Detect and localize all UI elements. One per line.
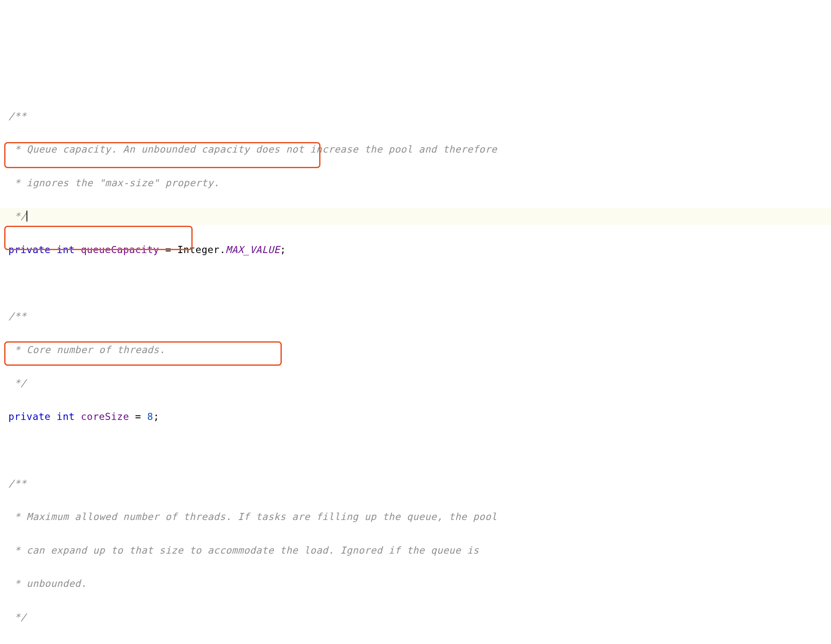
code-line-active[interactable]: */ — [0, 208, 831, 225]
number-literal: 8 — [147, 409, 153, 425]
keyword-private: private — [8, 409, 50, 425]
code-line[interactable]: * Core number of threads. — [0, 342, 831, 359]
code-line[interactable]: private int coreSize = 8; — [0, 409, 831, 425]
code-line[interactable]: * ignores the "max-size" property. — [0, 175, 831, 192]
semicolon: ; — [153, 409, 159, 425]
code-line[interactable]: * Queue capacity. An unbounded capacity … — [0, 141, 831, 158]
dot: . — [183, 642, 189, 644]
javadoc-open: /** — [8, 108, 26, 125]
field-name: maxSize — [81, 642, 123, 644]
javadoc-body: * unbounded. — [8, 575, 87, 592]
keyword-private: private — [8, 242, 50, 259]
code-line[interactable]: */ — [0, 609, 831, 626]
constant-name: MAX_VALUE — [189, 642, 243, 644]
code-line[interactable]: * unbounded. — [0, 575, 831, 592]
code-line[interactable]: * Maximum allowed number of threads. If … — [0, 509, 831, 525]
code-line[interactable]: private int queueCapacity = Integer.MAX_… — [0, 242, 831, 259]
code-editor-area[interactable]: /** * Queue capacity. An unbounded capac… — [0, 74, 831, 644]
text-cursor — [26, 211, 27, 222]
javadoc-body: * ignores the "max-size" property. — [8, 175, 220, 192]
constant-name: MAX_VALUE — [226, 242, 280, 259]
javadoc-body: * Maximum allowed number of threads. If … — [8, 509, 497, 525]
field-name: queueCapacity — [81, 242, 159, 259]
javadoc-close: */ — [8, 375, 26, 392]
javadoc-close: */ — [8, 609, 26, 626]
type-name: Integer — [141, 642, 183, 644]
type-name: Integer — [177, 242, 220, 259]
operator-eq: = — [123, 642, 141, 644]
keyword-int: int — [57, 642, 75, 644]
code-line[interactable]: * can expand up to that size to accommod… — [0, 542, 831, 559]
operator-eq: = — [159, 242, 177, 259]
code-line[interactable]: */ — [0, 375, 831, 392]
semicolon: ; — [244, 642, 250, 644]
keyword-private: private — [8, 642, 50, 644]
code-line[interactable]: private int maxSize = Integer.MAX_VALUE; — [0, 642, 831, 644]
operator-eq: = — [129, 409, 147, 425]
blank-line[interactable] — [0, 275, 831, 292]
keyword-int: int — [57, 409, 75, 425]
javadoc-close: */ — [8, 208, 26, 225]
javadoc-body: * Queue capacity. An unbounded capacity … — [8, 141, 497, 158]
blank-line[interactable] — [0, 442, 831, 459]
dot: . — [220, 242, 225, 259]
code-line[interactable]: /** — [0, 309, 831, 325]
javadoc-body: * Core number of threads. — [8, 342, 165, 359]
semicolon: ; — [280, 242, 286, 259]
keyword-int: int — [57, 242, 75, 259]
javadoc-open: /** — [8, 308, 26, 325]
javadoc-body: * can expand up to that size to accommod… — [8, 542, 479, 559]
field-name: coreSize — [81, 409, 129, 425]
code-line[interactable]: /** — [0, 475, 831, 492]
code-line[interactable]: /** — [0, 108, 831, 125]
javadoc-open: /** — [8, 475, 26, 492]
